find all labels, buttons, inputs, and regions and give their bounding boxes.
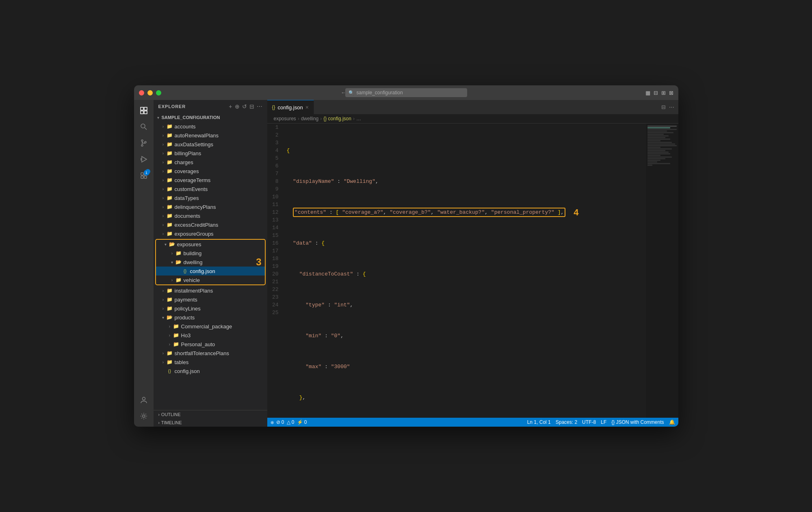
editor-minimap bbox=[646, 124, 678, 418]
encoding[interactable]: UTF-8 bbox=[582, 419, 596, 425]
svg-point-16 bbox=[142, 397, 145, 400]
folder-installmentPlans[interactable]: › 📁 installmentPlans bbox=[154, 286, 267, 295]
svg-point-8 bbox=[145, 141, 146, 143]
source-control-activity-icon[interactable] bbox=[136, 136, 151, 150]
folder-exposures[interactable]: ▾ 📂 exposures bbox=[156, 240, 265, 249]
code-line-1: { bbox=[287, 147, 646, 154]
split-editor-icon[interactable]: ⊟ bbox=[661, 104, 666, 110]
notification-bell[interactable]: 🔔 bbox=[669, 419, 675, 425]
file-config-json-nested[interactable]: › {} config.json bbox=[156, 267, 265, 276]
root-arrow: ▾ bbox=[155, 114, 162, 121]
more-icon[interactable]: ⋯ bbox=[257, 103, 262, 110]
folder-charges[interactable]: › 📁 charges bbox=[154, 158, 267, 167]
status-right: Ln 1, Col 1 Spaces: 2 UTF-8 LF {} JSON w… bbox=[527, 419, 675, 425]
cursor-position[interactable]: Ln 1, Col 1 bbox=[527, 419, 551, 425]
folder-payments[interactable]: › 📁 payments bbox=[154, 295, 267, 304]
folder-accounts[interactable]: › 📁 accounts bbox=[154, 122, 267, 131]
svg-rect-0 bbox=[141, 107, 143, 110]
minimize-button[interactable] bbox=[147, 90, 153, 95]
folder-autoRenewalPlans[interactable]: › 📁 autoRenewalPlans bbox=[154, 131, 267, 140]
folder-delinquencyPlans[interactable]: › 📁 delinquencyPlans bbox=[154, 202, 267, 211]
tab-bar-right: ⊟ ⋯ bbox=[657, 104, 678, 110]
layout-icon[interactable]: ▦ bbox=[645, 90, 650, 96]
folder-commercial-package[interactable]: › 📁 Commercial_package bbox=[154, 322, 267, 331]
new-file-icon[interactable]: + bbox=[229, 103, 232, 110]
folder-customEvents[interactable]: › 📁 customEvents bbox=[154, 184, 267, 193]
sidebar-header: EXPLORER + ⊕ ↺ ⊟ ⋯ bbox=[154, 100, 267, 113]
timeline-arrow: › bbox=[158, 421, 160, 425]
svg-rect-13 bbox=[144, 173, 147, 175]
code-editor[interactable]: 12345 678910 1112131415 1617181920 21222… bbox=[267, 124, 678, 418]
breadcrumb-config[interactable]: {} config.json bbox=[323, 116, 351, 121]
folder-vehicle[interactable]: › 📁 vehicle bbox=[156, 276, 265, 284]
timeline-label: TIMELINE bbox=[161, 420, 182, 425]
folder-coverages[interactable]: › 📁 coverages bbox=[154, 167, 267, 176]
run-activity-icon[interactable] bbox=[136, 152, 151, 167]
status-bar: ⎈ ⊘ 0 △ 0 ⚡ 0 Ln 1, Col 1 Spaces: 2 UTF-… bbox=[267, 418, 678, 427]
spaces[interactable]: Spaces: 2 bbox=[556, 419, 577, 425]
root-folder[interactable]: ▾ SAMPLE_CONFIGURATION bbox=[154, 113, 267, 122]
maximize-button[interactable] bbox=[156, 90, 161, 95]
svg-point-7 bbox=[141, 145, 143, 146]
language-mode[interactable]: {} JSON with Comments bbox=[611, 419, 664, 425]
root-folder-label: SAMPLE_CONFIGURATION bbox=[162, 115, 267, 120]
folder-exposureGroups[interactable]: › 📁 exposureGroups bbox=[154, 229, 267, 238]
vscode-window: ← → 🔍 sample_configuration ▦ ⊟ ⊞ ⊠ bbox=[134, 85, 678, 427]
svg-rect-15 bbox=[144, 176, 147, 178]
titlebar: ← → 🔍 sample_configuration ▦ ⊟ ⊞ ⊠ bbox=[134, 85, 678, 100]
folder-tables[interactable]: › 📁 tables bbox=[154, 358, 267, 367]
folder-documents[interactable]: › 📁 documents bbox=[154, 211, 267, 220]
breadcrumb-exposures[interactable]: exposures bbox=[274, 116, 296, 121]
account-activity-icon[interactable] bbox=[136, 393, 151, 407]
svg-marker-10 bbox=[142, 156, 147, 162]
search-activity-icon[interactable] bbox=[136, 119, 151, 134]
split-icon[interactable]: ⊟ bbox=[654, 90, 658, 96]
line-ending[interactable]: LF bbox=[601, 419, 606, 425]
more-icon[interactable]: ⊠ bbox=[669, 90, 673, 96]
outline-label: OUTLINE bbox=[161, 412, 181, 417]
panel-icon[interactable]: ⊞ bbox=[661, 90, 666, 96]
folder-auxDataSettings[interactable]: › 📁 auxDataSettings bbox=[154, 140, 267, 149]
folder-dataTypes[interactable]: › 📁 dataTypes bbox=[154, 193, 267, 202]
file-config-json-root[interactable]: › {} config.json bbox=[154, 367, 267, 375]
svg-rect-3 bbox=[144, 111, 147, 114]
tab-config-json[interactable]: {} config.json × bbox=[267, 100, 314, 114]
tab-close-button[interactable]: × bbox=[305, 104, 309, 111]
titlebar-actions: ▦ ⊟ ⊞ ⊠ bbox=[645, 90, 673, 96]
explorer-activity-icon[interactable] bbox=[136, 103, 151, 118]
extensions-activity-icon[interactable]: 1 bbox=[136, 168, 151, 183]
tab-bar: {} config.json × ⊟ ⋯ bbox=[267, 100, 678, 114]
folder-personal-auto[interactable]: › 📁 Personal_auto bbox=[154, 340, 267, 349]
folder-shortfallTolerancePlans[interactable]: › 📁 shortfallTolerancePlans bbox=[154, 349, 267, 358]
outline-item[interactable]: › OUTLINE bbox=[154, 410, 267, 419]
folder-ho3[interactable]: › 📁 Ho3 bbox=[154, 331, 267, 340]
close-button[interactable] bbox=[139, 90, 144, 95]
timeline-item[interactable]: › TIMELINE bbox=[154, 419, 267, 427]
collapse-icon[interactable]: ⊟ bbox=[249, 103, 254, 110]
svg-rect-1 bbox=[144, 107, 147, 110]
code-content: { "displayName" : "Dwelling", "contents"… bbox=[284, 124, 646, 418]
refresh-icon[interactable]: ↺ bbox=[242, 103, 247, 110]
folder-excessCreditPlans[interactable]: › 📁 excessCreditPlans bbox=[154, 220, 267, 229]
breadcrumb-more[interactable]: … bbox=[356, 116, 361, 121]
activity-bottom bbox=[136, 393, 151, 427]
activity-bar: 1 bbox=[134, 100, 154, 427]
folder-policyLines[interactable]: › 📁 policyLines bbox=[154, 304, 267, 313]
folder-coverageTerms[interactable]: › 📁 coverageTerms bbox=[154, 176, 267, 184]
folder-dwelling[interactable]: ▾ 📂 dwelling bbox=[156, 258, 265, 267]
file-tree: ▾ SAMPLE_CONFIGURATION › 📁 accounts › 📁 … bbox=[154, 113, 267, 410]
more-actions-icon[interactable]: ⋯ bbox=[669, 104, 674, 110]
code-line-2: "displayName" : "Dwelling", bbox=[287, 178, 646, 185]
folder-building[interactable]: › 📁 building bbox=[156, 249, 265, 258]
folder-products[interactable]: ▾ 📂 products bbox=[154, 313, 267, 322]
new-folder-icon[interactable]: ⊕ bbox=[235, 103, 240, 110]
lightning-count[interactable]: ⚡ 0 bbox=[297, 419, 307, 425]
breadcrumb-dwelling[interactable]: dwelling bbox=[301, 116, 318, 121]
title-search[interactable]: 🔍 sample_configuration bbox=[345, 88, 467, 97]
error-count[interactable]: ⊘ 0 bbox=[276, 419, 284, 425]
warning-count[interactable]: △ 0 bbox=[287, 419, 294, 425]
svg-point-17 bbox=[143, 415, 145, 417]
folder-billingPlans[interactable]: › 📁 billingPlans bbox=[154, 149, 267, 158]
settings-activity-icon[interactable] bbox=[136, 409, 151, 423]
line-numbers: 12345 678910 1112131415 1617181920 21222… bbox=[267, 124, 284, 418]
